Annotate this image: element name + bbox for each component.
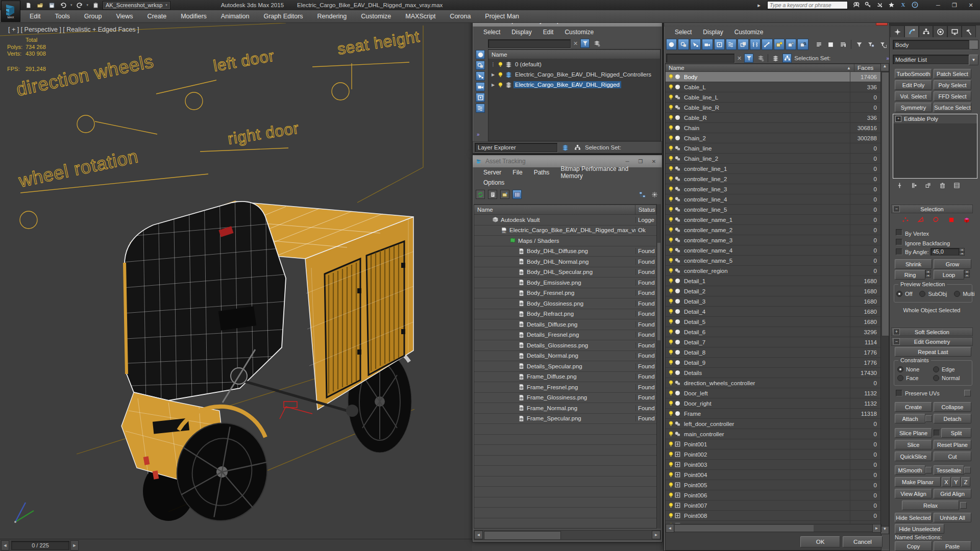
hide-unselected-button[interactable]: Hide Unselected [895, 524, 944, 534]
menu-item-customize[interactable]: Customize [354, 13, 398, 20]
subobject-element-icon[interactable] [962, 215, 971, 224]
key-icon[interactable] [864, 2, 872, 9]
open-file-icon[interactable] [35, 1, 44, 9]
constraint-option-face[interactable]: Face [897, 375, 933, 381]
object-row[interactable]: Point0020 [666, 449, 881, 460]
visibility-bulb-icon[interactable] [668, 441, 674, 447]
menu-item-file[interactable]: File [507, 169, 528, 176]
menu-item-create[interactable]: Create [140, 13, 174, 20]
collapse-button[interactable]: Collapse [934, 402, 971, 412]
object-row[interactable]: Chain_line0 [666, 143, 881, 154]
modifier-list-dropdown[interactable]: Modifier List [893, 55, 973, 64]
viewport-label[interactable]: [ + ] [ Perspective ] [ Realistic + Edge… [8, 26, 139, 33]
visibility-bulb-icon[interactable] [668, 124, 674, 131]
object-row[interactable]: Cable_R336 [666, 113, 881, 123]
modifier-button-turbosmooth[interactable]: TurboSmooth [895, 69, 932, 79]
visibility-bulb-icon[interactable] [668, 482, 674, 488]
subobject-edge-icon[interactable] [916, 215, 925, 224]
vertical-scrollbar[interactable]: ▲ ▼ [880, 63, 889, 534]
redo-icon[interactable] [75, 1, 84, 9]
visibility-bulb-icon[interactable] [668, 94, 674, 101]
asset-row[interactable]: Body_Refract.pngFound [474, 309, 656, 320]
filter-selection-icon[interactable] [580, 39, 590, 48]
undo-icon[interactable] [59, 1, 68, 9]
visibility-bulb-icon[interactable] [668, 145, 674, 152]
visibility-bulb-icon[interactable] [668, 318, 674, 325]
visibility-bulb-icon[interactable] [668, 155, 674, 162]
scroll-up-icon[interactable]: ▲ [881, 64, 889, 71]
object-row[interactable]: Cable_line_L0 [666, 92, 881, 103]
object-row[interactable]: Detail_41680 [666, 307, 881, 317]
menu-item-bitmap-performance-and-memory[interactable]: Bitmap Performance and Memory [555, 165, 657, 180]
tab-create[interactable] [890, 26, 904, 37]
asset-row[interactable]: Maps / Shaders [474, 236, 656, 246]
object-row[interactable]: Chain_2300288 [666, 133, 881, 143]
tab-hierarchy[interactable] [919, 26, 933, 37]
filter-objects-search-icon[interactable] [797, 39, 808, 50]
tab-display[interactable] [947, 26, 962, 37]
subobject-polygon-icon[interactable] [947, 215, 956, 224]
scroll-right-icon[interactable]: ► [652, 531, 660, 539]
table-view-icon[interactable] [512, 190, 522, 199]
asset-row[interactable]: Frame_Specular.pngFound [474, 414, 656, 424]
object-row[interactable]: Door_right1132 [666, 398, 881, 409]
menu-item-select[interactable]: Select [478, 29, 506, 36]
menu-item-display[interactable]: Display [697, 29, 728, 36]
object-row[interactable]: controller_line_20 [666, 174, 881, 184]
object-row[interactable]: controller_name_40 [666, 245, 881, 256]
asset-row[interactable]: Frame_Normal.pngFound [474, 403, 656, 414]
detach-button[interactable]: Detach [934, 414, 971, 423]
maximize-icon[interactable]: ❒ [635, 158, 646, 165]
filter-selection-icon[interactable] [744, 54, 753, 63]
visibility-bulb-icon[interactable] [668, 247, 674, 254]
relax-button[interactable]: Relax [902, 500, 959, 510]
search-input[interactable] [666, 54, 734, 63]
horizontal-scrollbar[interactable]: ◄ ► [474, 530, 661, 540]
filter-helpers-icon[interactable] [714, 39, 725, 50]
visibility-bulb-icon[interactable] [668, 380, 674, 386]
visibility-bulb-icon[interactable] [668, 84, 674, 90]
radio-icon[interactable] [933, 375, 939, 381]
loop-spinner[interactable]: ▲▼ [964, 270, 970, 278]
clear-search-icon[interactable]: ✕ [573, 40, 578, 47]
preserve-uvs-checkbox[interactable]: Preserve UVs [896, 390, 940, 396]
visibility-bulb-icon[interactable] [668, 349, 674, 356]
name-column-header[interactable]: Name [488, 49, 660, 59]
visibility-bulb-icon[interactable] [668, 227, 674, 233]
clear-search-icon[interactable]: ✕ [737, 55, 742, 62]
tab-motion[interactable] [933, 26, 947, 37]
modifier-button-symmetry[interactable]: Symmetry [895, 103, 932, 112]
object-row[interactable]: Detail_11680 [666, 276, 881, 286]
visibility-bulb-icon[interactable] [668, 267, 674, 274]
asset-row[interactable]: Frame_Diffuse.pngFound [474, 372, 656, 383]
object-row[interactable]: controller_region0 [666, 266, 881, 276]
preview-option-subobj[interactable]: SubObj [919, 291, 947, 297]
visibility-bulb-icon[interactable] [668, 471, 674, 478]
object-row[interactable]: Detail_81776 [666, 347, 881, 358]
object-row[interactable]: direction_wheels_controller0 [666, 378, 881, 388]
tab-modify[interactable] [904, 26, 919, 37]
filter-groups-icon[interactable] [738, 39, 748, 50]
visibility-bulb-icon[interactable] [668, 135, 674, 141]
visibility-bulb-icon[interactable] [668, 308, 674, 315]
remove-modifier-icon[interactable] [938, 181, 947, 190]
object-row[interactable]: Point0080 [666, 511, 881, 521]
visibility-bulb-icon[interactable] [668, 104, 674, 111]
make-planar-button[interactable]: Make Planar [895, 477, 941, 487]
asset-row[interactable]: Body_DHL_Diffuse.pngFound [474, 246, 656, 257]
layer-name[interactable]: Electric_Cargo_Bike_EAV_DHL_Rigged [513, 81, 621, 88]
modifier-button-poly-select[interactable]: Poly Select [934, 80, 971, 90]
visibility-bulb-icon[interactable] [668, 216, 674, 223]
grid-align-button[interactable]: Grid Align [934, 489, 971, 498]
visibility-bulb-icon[interactable] [668, 400, 674, 407]
subobject-border-icon[interactable] [932, 215, 941, 224]
object-row[interactable]: Detail_51680 [666, 317, 881, 327]
report-view-icon[interactable] [488, 190, 497, 199]
make-unique-icon[interactable] [923, 181, 933, 190]
cab-mesh-panel[interactable] [117, 184, 291, 406]
refresh-icon[interactable] [476, 190, 485, 199]
asset-row[interactable]: Body_DHL_Normal.pngFound [474, 257, 656, 267]
asset-row[interactable]: Body_Emsissive.pngFound [474, 278, 656, 288]
object-row[interactable]: Detail_21680 [666, 286, 881, 296]
more-tools-chevron-icon[interactable]: » [477, 132, 479, 137]
